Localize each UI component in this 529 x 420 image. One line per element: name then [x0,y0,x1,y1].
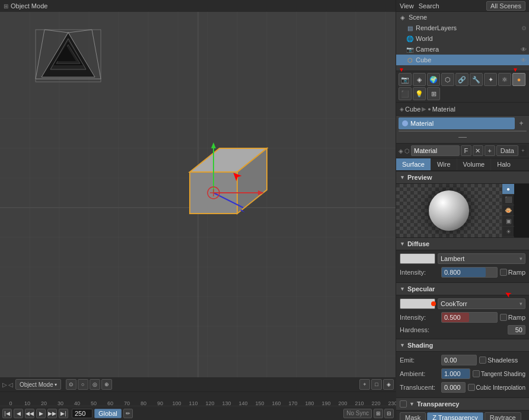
specular-ramp-checkbox[interactable] [500,314,507,321]
tree-item-world[interactable]: 🌐 World [396,33,529,44]
preview-header[interactable]: ▼ Preview [396,171,529,184]
material-minus[interactable]: — [399,132,527,141]
vp-icon-btn-4[interactable]: ⊕ [101,379,112,390]
prop-icon-constraints[interactable]: 🔗 [455,73,469,86]
preview-icon-sky[interactable]: ☀ [502,227,514,237]
top-menu: View Search [400,2,439,9]
trans-tab-z[interactable]: Z Transparency [427,412,483,420]
bc-item-1[interactable]: Cube [405,106,420,113]
preview-icon-monkey[interactable]: 🐵 [502,205,514,216]
no-sync-label[interactable]: No Sync [343,409,372,418]
specular-color-swatch[interactable] [400,298,435,309]
material-name-input[interactable]: Material [411,145,460,156]
specular-label: Specular [407,285,435,292]
preview-icon-plane[interactable]: ▣ [502,216,514,227]
top-menu-view[interactable]: View [400,2,414,9]
trans-tab-raytrace[interactable]: Raytrace [485,412,521,420]
global-mode[interactable]: Global [94,409,122,418]
specular-shader-dropdown[interactable]: CookTorr ▾ [438,298,525,309]
shading-section: ▼ Shading Emit: 0.00 Shadeless [396,339,529,397]
prop-icon-scene[interactable]: ◈ [413,73,426,86]
transparency-enable-cb[interactable] [400,400,407,408]
preview-icon-cube[interactable]: ⬛ [502,195,514,205]
tab-wire[interactable]: Wire [431,158,457,170]
emit-bar[interactable]: 0.00 [441,355,477,365]
tab-halo[interactable]: Halo [491,158,517,170]
diffuse-color-row: Lambert ▾ [400,253,525,265]
viewport-tool-btn[interactable]: ▷ ◁ [2,381,13,388]
prop-icon-world[interactable]: 🌍 [427,73,440,86]
vp-icon-btn-1[interactable]: ⊙ [66,379,77,390]
vp-icon-btn-2[interactable]: ○ [78,379,88,390]
prop-icon-camera-props[interactable]: ⊞ [427,87,440,100]
translucent-label: Translucent: [400,384,441,391]
timeline-btn-play[interactable]: ▶ [36,409,46,418]
prop-icon-texture[interactable]: ⬛ [399,87,412,100]
material-f-btn[interactable]: F [461,145,471,156]
prop-icon-particles[interactable]: ✦ [484,73,497,86]
tree-item-renderlayers[interactable]: ▤ RenderLayers ⚙ [396,23,529,33]
vp-extra-2[interactable]: ⊟ [384,409,394,418]
specular-header[interactable]: ▼ Specular [396,283,529,295]
material-list-item[interactable]: Material [399,117,515,129]
prop-icon-physics[interactable]: ⚛ [498,73,511,86]
prop-icon-lamp[interactable]: 💡 [413,87,426,100]
add-material-plus[interactable]: + [516,117,527,129]
vp-icon-btn-3[interactable]: ◎ [90,379,100,390]
shadeless-checkbox[interactable] [479,357,486,364]
viewport-mode-label[interactable]: Object Mode [11,2,47,9]
specular-ramp-cb[interactable]: Ramp [500,314,525,321]
hardness-value[interactable]: 50 [508,325,525,335]
vp-icon-btns: ⊙ ○ ◎ ⊕ [66,379,112,390]
prop-icon-modifiers[interactable]: 🔧 [470,73,483,86]
diffuse-shader-dropdown[interactable]: Lambert ▾ [438,253,525,264]
prop-icon-material[interactable]: ● [512,73,525,86]
tab-surface[interactable]: Surface [396,158,431,170]
diffuse-header[interactable]: ▼ Diffuse [396,238,529,250]
cube-eye[interactable]: 👁 [521,57,527,63]
vp-option-2[interactable]: □ [371,379,382,390]
timeline-btn-start[interactable]: |◀ [2,409,12,418]
material-data-btn[interactable]: Data [496,145,518,156]
timeline-btn-fwd[interactable]: ▶| [59,409,68,418]
tree-item-cube[interactable]: ⬡ Cube 👁 [396,55,529,65]
material-plus-small[interactable]: + [485,145,495,156]
prop-icon-render[interactable]: 📷 [399,73,412,86]
vp-extra-1[interactable]: ⊞ [374,409,383,418]
vp-option-3[interactable]: ◈ [383,379,394,390]
diffuse-intensity-bar[interactable]: 0.800 [441,267,498,278]
specular-intensity-bar[interactable]: 0.500 [441,312,498,323]
tab-volume[interactable]: Volume [457,158,492,170]
pencil-icon[interactable]: ✏ [123,409,133,418]
timeline-btn-rev[interactable]: ◀◀ [25,409,34,418]
camera-eye[interactable]: 👁 [521,46,527,53]
translucent-bar[interactable]: 0.000 [441,382,466,393]
renderlayer-options[interactable]: ⚙ [521,25,527,31]
timeline-btn-prev[interactable]: ◀ [14,409,23,418]
tangent-checkbox[interactable] [473,370,480,377]
cubic-checkbox[interactable] [468,384,475,391]
renderlayer-label: RenderLayers [416,24,457,31]
preview-icon-sphere[interactable]: ● [502,184,514,195]
diffuse-ramp-cb[interactable]: Ramp [500,269,525,276]
bc-item-2[interactable]: Material [432,106,455,113]
material-panel-expand[interactable]: + [520,145,527,156]
top-menu-search[interactable]: Search [419,2,439,9]
trans-tab-mask[interactable]: Mask [400,412,426,420]
material-x-btn[interactable]: ✕ [473,145,483,156]
diffuse-ramp-checkbox[interactable] [500,269,507,276]
prop-icon-object[interactable]: ⬡ [441,73,454,86]
diffuse-color-swatch[interactable] [400,253,435,264]
vp-option-1[interactable]: + [359,379,370,390]
svg-line-33 [36,30,44,79]
timeline-btn-next[interactable]: ▶▶ [47,409,57,418]
ambient-bar[interactable]: 1.000 [441,368,470,379]
world-label: World [416,35,433,42]
edit-mode-btn[interactable]: Object Mode ▾ [15,379,61,390]
shading-header[interactable]: ▼ Shading [396,339,529,352]
current-frame[interactable]: 250 [72,409,93,418]
tree-item-camera[interactable]: 📷 Camera 👁 [396,44,529,55]
all-scenes-btn[interactable]: All Scenes [486,1,525,11]
tree-item-scene[interactable]: ◈ Scene [396,12,529,23]
transparency-header[interactable]: ▼ Transparency [396,398,529,411]
